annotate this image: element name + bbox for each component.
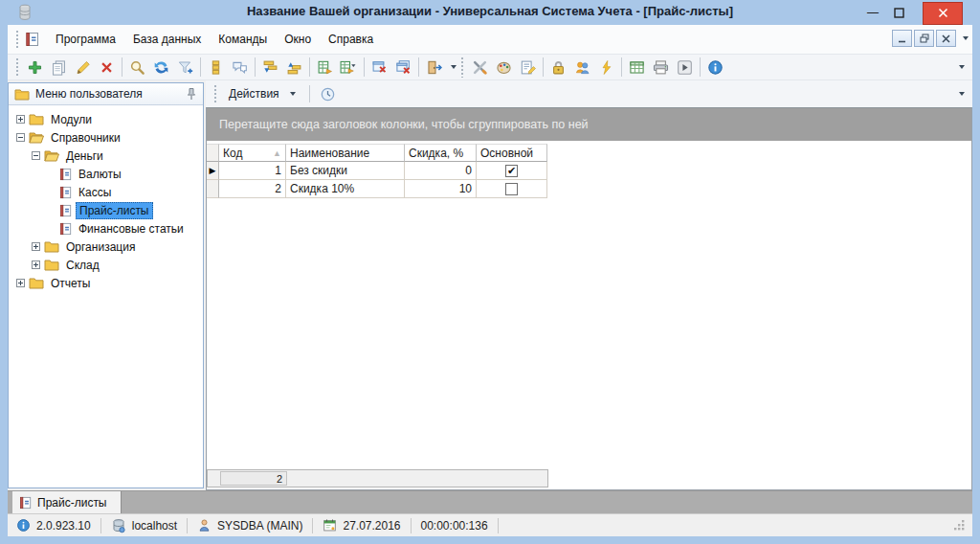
cell-code[interactable]: 2 [219, 180, 286, 198]
expand-icon[interactable] [32, 242, 40, 251]
columns-icon[interactable] [204, 56, 228, 79]
toolbar-drag-handle[interactable] [15, 57, 19, 77]
import-excel-icon[interactable] [337, 56, 361, 79]
tree-item-sklad[interactable]: Склад [9, 256, 203, 274]
clock-icon[interactable] [316, 82, 340, 105]
cell-discount[interactable]: 10 [405, 180, 477, 198]
print-icon[interactable] [649, 56, 673, 79]
tree-item-kassy[interactable]: Кассы [9, 183, 203, 201]
appearance-palette-icon[interactable] [492, 56, 516, 79]
edit-form-icon[interactable] [516, 56, 540, 79]
close-all-windows-icon[interactable] [391, 56, 415, 79]
actions-button[interactable]: Действия [221, 84, 303, 103]
filter-icon[interactable] [173, 56, 197, 79]
toolbar-separator [418, 57, 419, 77]
toolbar-separator [200, 57, 201, 77]
add-icon[interactable] [23, 56, 47, 79]
minimize-button[interactable]: — [865, 6, 880, 19]
sort-ascending-icon: ▲ [273, 148, 281, 158]
mdi-minimize-button[interactable] [892, 30, 912, 47]
pin-icon[interactable] [186, 87, 197, 101]
delete-icon[interactable] [95, 56, 119, 79]
menu-bar: Программа База данных Команды Окно Справ… [8, 25, 972, 54]
collapse-tree-icon[interactable] [282, 56, 306, 79]
refresh-icon[interactable] [149, 56, 173, 79]
exit-dropdown-caret[interactable] [451, 65, 457, 69]
tools-icon[interactable] [468, 56, 492, 79]
grid-panel: Перетащите сюда заголовок колонки, чтобы… [206, 107, 972, 490]
menu-item-window[interactable]: Окно [276, 25, 320, 54]
notebook-icon [59, 168, 72, 181]
content-area: Действия Перетащите сюда заголовок колон… [206, 80, 972, 490]
comments-icon[interactable] [228, 56, 252, 79]
expand-icon[interactable] [32, 261, 40, 269]
copy-icon[interactable] [47, 56, 71, 79]
mdi-restore-button[interactable] [914, 30, 934, 47]
close-window-icon[interactable] [368, 56, 391, 79]
cell-main: ✔ [477, 162, 547, 180]
expand-tree-icon[interactable] [258, 56, 282, 79]
tree-item-moduli[interactable]: Модули [9, 110, 203, 128]
tree-item-valyuty[interactable]: Валюты [9, 165, 203, 183]
tree-item-spravochniki[interactable]: Справочники [9, 128, 203, 147]
menu-item-help[interactable]: Справка [320, 25, 382, 54]
column-header-code[interactable]: Код ▲ [219, 144, 286, 162]
menu-item-program[interactable]: Программа [47, 25, 124, 54]
tree-item-finansovye-stati[interactable]: Финансовые статьи [9, 219, 203, 238]
checkbox-checked[interactable]: ✔ [505, 165, 518, 177]
mdi-controls-overflow-caret[interactable] [963, 36, 969, 40]
user-menu-header: Меню пользователя [9, 83, 203, 105]
main-toolbar [8, 54, 972, 80]
cell-code[interactable]: 1 [219, 162, 286, 180]
cell-name[interactable]: Без скидки [286, 162, 405, 180]
record-count: 2 [220, 471, 287, 486]
tree-item-dengi[interactable]: Деньги [9, 147, 203, 165]
menu-item-commands[interactable]: Команды [210, 25, 276, 54]
cell-discount[interactable]: 0 [405, 162, 477, 180]
grid-header-row: Код ▲ Наименование Скидка, % Основной [207, 144, 548, 162]
edit-icon[interactable] [71, 56, 95, 79]
checkbox-unchecked[interactable] [505, 183, 518, 195]
exit-icon[interactable] [422, 56, 446, 79]
lock-icon[interactable] [546, 56, 570, 79]
notebook-icon [59, 186, 72, 199]
search-icon[interactable] [125, 56, 149, 79]
export-excel-icon[interactable] [313, 56, 337, 79]
column-header-main[interactable]: Основной [477, 144, 547, 162]
document-tab-bar: Прайс-листы [8, 490, 972, 513]
cell-name[interactable]: Скидка 10% [286, 180, 405, 198]
users-icon[interactable] [570, 56, 594, 79]
tab-price-lists[interactable]: Прайс-листы [12, 491, 122, 513]
actions-overflow-caret[interactable] [954, 92, 965, 96]
folder-icon [14, 88, 30, 101]
expand-icon[interactable] [16, 279, 25, 287]
menu-item-database[interactable]: База данных [124, 25, 210, 54]
column-header-discount[interactable]: Скидка, % [405, 144, 477, 162]
toolbar-overflow-caret[interactable] [954, 65, 965, 69]
tree-item-otchety[interactable]: Отчеты [9, 274, 203, 292]
table-row[interactable]: ▶ 1 Без скидки 0 ✔ [207, 162, 548, 180]
maximize-button[interactable] [894, 8, 909, 18]
tree-item-organizaciya[interactable]: Организация [9, 238, 203, 256]
toolbar-separator [122, 57, 122, 77]
run-icon[interactable] [673, 56, 697, 79]
navigation-tree: Модули Справочники Деньги Валюты [9, 105, 203, 487]
column-header-name[interactable]: Наименование [286, 144, 405, 162]
table-icon[interactable] [625, 56, 649, 79]
info-icon[interactable] [703, 56, 727, 79]
resize-grip[interactable] [953, 519, 966, 532]
tree-item-price-lists[interactable]: Прайс-листы [9, 201, 203, 219]
menubar-drag-handle[interactable] [15, 30, 19, 49]
row-indicator-cell: ▶ [207, 162, 219, 180]
power-icon[interactable] [594, 56, 618, 79]
actions-drag-handle[interactable] [213, 84, 217, 103]
status-separator [411, 518, 412, 533]
collapse-icon[interactable] [32, 151, 40, 160]
group-by-panel[interactable]: Перетащите сюда заголовок колонки, чтобы… [207, 108, 971, 141]
collapse-icon[interactable] [16, 133, 25, 142]
status-separator [312, 518, 313, 533]
expand-icon[interactable] [16, 115, 25, 124]
mdi-close-button[interactable] [936, 30, 956, 47]
table-row[interactable]: 2 Скидка 10% 10 [207, 180, 548, 198]
close-button[interactable] [923, 2, 963, 25]
